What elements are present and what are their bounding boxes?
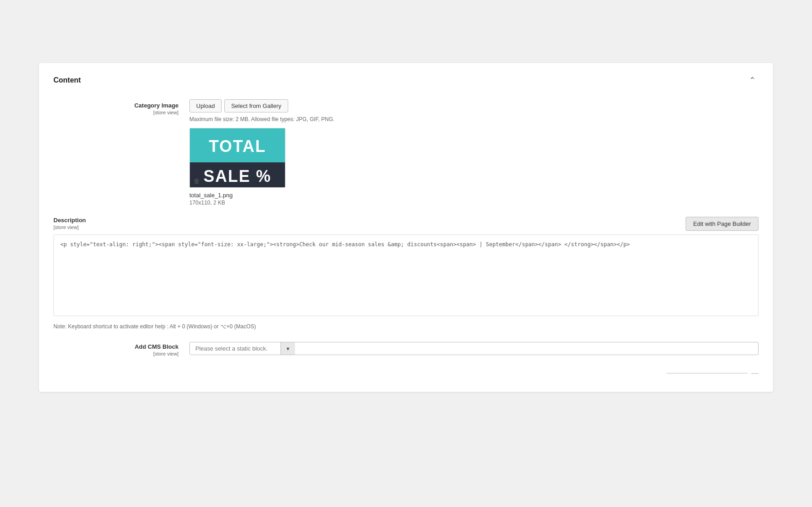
- description-sub-label: [store view]: [53, 224, 86, 230]
- category-image-field-col: Upload Select from Gallery Maximum file …: [189, 99, 759, 206]
- description-section: Description [store view] Edit with Page …: [53, 217, 759, 316]
- category-image-sub-label: [store view]: [53, 110, 179, 115]
- upload-button[interactable]: Upload: [189, 99, 222, 112]
- chevron-up-icon: ⌃: [749, 75, 756, 85]
- description-code-editor[interactable]: <p style="text-align: right;"><span styl…: [53, 234, 759, 316]
- description-header: Description [store view] Edit with Page …: [53, 217, 759, 231]
- dropdown-arrow-icon: ▼: [285, 346, 290, 351]
- cms-select-arrow[interactable]: ▼: [280, 342, 295, 355]
- image-btn-group: Upload Select from Gallery: [189, 99, 759, 112]
- category-image-label-col: Category Image [store view]: [53, 99, 189, 206]
- bottom-bar-dash: —: [751, 369, 759, 377]
- cms-block-label: Add CMS Block: [53, 343, 179, 350]
- bottom-bar: —: [53, 364, 759, 377]
- cms-block-sub-label: [store view]: [53, 351, 179, 356]
- panel-title: Content: [53, 76, 81, 84]
- keyboard-note: Note: Keyboard shortcut to activate edit…: [53, 323, 759, 330]
- image-preview-container: TOTAL SALE % 🗑: [189, 128, 285, 188]
- image-meta: total_sale_1.png 170x110, 2 KB: [189, 192, 759, 206]
- edit-page-builder-button[interactable]: Edit with Page Builder: [686, 217, 759, 231]
- page-wrapper: Content ⌃ Category Image [store view] Up…: [25, 49, 787, 458]
- content-panel: Content ⌃ Category Image [store view] Up…: [39, 63, 773, 392]
- cms-block-row: Add CMS Block [store view] Please select…: [53, 341, 759, 356]
- cms-select-wrapper: Please select a static block. ▼: [189, 342, 759, 355]
- svg-text:SALE %: SALE %: [203, 167, 271, 185]
- description-label: Description: [53, 217, 86, 224]
- cms-block-field-col: Please select a static block. ▼: [189, 342, 759, 355]
- image-dimensions: 170x110, 2 KB: [189, 200, 759, 206]
- select-from-gallery-button[interactable]: Select from Gallery: [224, 99, 288, 112]
- image-preview: TOTAL SALE %: [190, 128, 285, 187]
- delete-image-icon[interactable]: 🗑: [193, 177, 200, 185]
- cms-block-label-col: Add CMS Block [store view]: [53, 341, 189, 356]
- bottom-bar-line: [666, 373, 748, 374]
- svg-text:TOTAL: TOTAL: [209, 137, 266, 156]
- collapse-button[interactable]: ⌃: [746, 74, 759, 87]
- file-info-text: Maximum file size: 2 MB. Allowed file ty…: [189, 116, 759, 122]
- cms-block-select[interactable]: Please select a static block.: [190, 342, 280, 355]
- panel-header: Content ⌃: [53, 74, 759, 87]
- description-label-group: Description [store view]: [53, 217, 86, 230]
- image-filename: total_sale_1.png: [189, 192, 759, 199]
- category-image-label: Category Image: [53, 102, 179, 109]
- category-image-row: Category Image [store view] Upload Selec…: [53, 99, 759, 206]
